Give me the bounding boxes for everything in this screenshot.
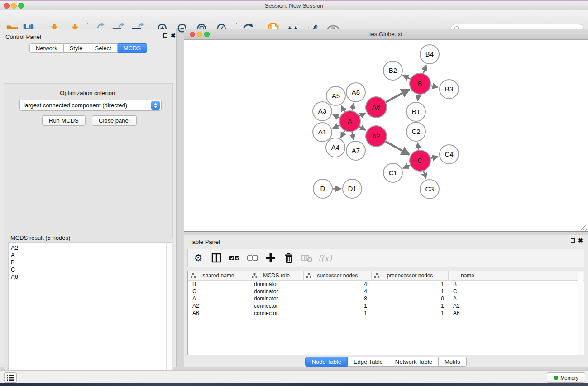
- mcds-result-list[interactable]: A2ABCA6: [8, 242, 172, 386]
- graph-edge-C-C4[interactable]: [430, 157, 438, 158]
- tab-style[interactable]: Style: [64, 43, 89, 53]
- tab-edge-table[interactable]: Edge Table: [348, 357, 389, 367]
- table-cell[interactable]: B: [449, 281, 487, 287]
- mcds-result-item[interactable]: C: [11, 266, 172, 273]
- table-cell[interactable]: dominator: [249, 288, 304, 295]
- column-header-name[interactable]: name: [449, 271, 487, 280]
- optimization-criterion-select[interactable]: largest connected component (directed): [19, 100, 162, 111]
- table-cell[interactable]: C: [188, 288, 249, 295]
- graph-edge-C-C2[interactable]: [417, 143, 418, 150]
- graph-edge-A-A7[interactable]: [352, 132, 354, 140]
- tab-motifs[interactable]: Motifs: [439, 357, 467, 367]
- graph-edge-A-A6[interactable]: [359, 113, 365, 116]
- table-cell[interactable]: A: [188, 295, 249, 302]
- tab-network-table[interactable]: Network Table: [389, 357, 439, 367]
- select-all-icon[interactable]: [228, 251, 241, 265]
- graph-node-label-C2: C2: [411, 128, 420, 135]
- table-cell[interactable]: dominator: [249, 295, 304, 302]
- float-panel-icon[interactable]: [163, 33, 167, 38]
- graph-node-label-B3: B3: [445, 85, 453, 93]
- mcds-result-item[interactable]: A6: [11, 273, 172, 281]
- graph-node-label-A2: A2: [372, 132, 380, 140]
- graph-node-label-A: A: [348, 117, 352, 125]
- tab-network[interactable]: Network: [29, 43, 64, 53]
- table-row[interactable]: Adominator80A: [188, 295, 584, 302]
- network-maximize-button[interactable]: [204, 32, 210, 37]
- close-panel-button[interactable]: Close panel: [92, 115, 137, 126]
- network-window-titlebar[interactable]: testGlobe.txt: [184, 29, 588, 40]
- table-row[interactable]: Bdominator41B: [188, 281, 584, 288]
- column-header-predecessor-nodes[interactable]: predecessor nodes: [372, 271, 449, 280]
- table-cell[interactable]: 1: [372, 281, 449, 287]
- table-row[interactable]: A6connector11A6: [188, 310, 584, 317]
- close-window-button[interactable]: [4, 3, 10, 9]
- network-close-button[interactable]: [190, 32, 195, 37]
- table-cell[interactable]: 1: [372, 303, 449, 309]
- tab-node-table[interactable]: Node Table: [305, 357, 348, 367]
- table-cell[interactable]: B: [188, 281, 249, 287]
- function-builder-icon: f(x): [318, 251, 332, 265]
- maximize-window-button[interactable]: [18, 3, 24, 9]
- graph-edge-B-B1[interactable]: [418, 95, 419, 101]
- column-header-mcds-role[interactable]: MCDS role: [249, 271, 304, 280]
- memory-button[interactable]: Memory: [547, 372, 585, 383]
- table-cell[interactable]: dominator: [249, 281, 304, 287]
- deselect-all-icon[interactable]: [246, 251, 259, 265]
- panel-menu-button[interactable]: [4, 372, 17, 383]
- graph-edge-A-A2[interactable]: [359, 127, 366, 130]
- table-cell[interactable]: A: [449, 295, 487, 302]
- table-cell[interactable]: 1: [372, 288, 449, 295]
- minimize-window-button[interactable]: [11, 3, 17, 9]
- table-cell[interactable]: 8: [304, 295, 372, 302]
- table-cell[interactable]: 1: [304, 303, 372, 309]
- table-options-gear-icon[interactable]: ⚙: [191, 251, 205, 265]
- graph-edge-A6-B[interactable]: [386, 90, 409, 102]
- table-cell[interactable]: 4: [304, 288, 372, 295]
- table-cell[interactable]: 4: [304, 281, 372, 287]
- close-table-panel-icon[interactable]: ✖: [578, 238, 583, 243]
- delete-column-icon[interactable]: [282, 251, 296, 265]
- table-cell[interactable]: A2: [188, 303, 249, 309]
- graph-edge-A-A5[interactable]: [341, 106, 344, 112]
- table-cell[interactable]: A6: [449, 310, 487, 316]
- run-mcds-button[interactable]: Run MCDS: [42, 115, 86, 126]
- table-cell[interactable]: connector: [249, 303, 304, 309]
- table-row[interactable]: Cdominator41C: [188, 288, 584, 295]
- table-cell[interactable]: connector: [249, 310, 304, 316]
- add-column-icon[interactable]: [264, 251, 277, 265]
- table-cell[interactable]: C: [449, 288, 487, 295]
- mcds-result-item[interactable]: A2: [11, 244, 172, 252]
- column-header-shared-name[interactable]: shared name: [188, 271, 249, 280]
- close-panel-icon[interactable]: ✖: [171, 33, 176, 38]
- graph-edge-C-C1[interactable]: [403, 165, 410, 168]
- column-selector-icon[interactable]: [210, 251, 223, 265]
- graph-edge-A-A1[interactable]: [333, 125, 339, 128]
- column-header-successor-nodes[interactable]: successor nodes: [304, 271, 372, 280]
- graph-edge-A-A8[interactable]: [352, 103, 354, 110]
- mcds-result-item[interactable]: A: [11, 252, 172, 259]
- graph-edge-A-A3[interactable]: [333, 115, 340, 117]
- table-cell[interactable]: 1: [304, 310, 372, 316]
- table-row[interactable]: A2connector11A2: [188, 302, 584, 310]
- table-cell[interactable]: 0: [372, 295, 449, 302]
- table-toolbar: ⚙ f(x): [187, 249, 584, 267]
- table-cell[interactable]: 1: [372, 310, 449, 316]
- graph-edge-B-B4[interactable]: [423, 65, 426, 73]
- window-resize-grip[interactable]: [581, 225, 587, 231]
- graph-edge-B-B3[interactable]: [431, 86, 438, 87]
- mcds-list-scrollbar[interactable]: [166, 243, 172, 386]
- table-cell[interactable]: A6: [188, 310, 249, 316]
- table-cell[interactable]: A2: [449, 303, 487, 309]
- table-scrollbar[interactable]: [578, 272, 583, 355]
- tab-select[interactable]: Select: [89, 43, 118, 53]
- network-canvas[interactable]: B4B2BB3A8A5A6A3B1AC2A1A2A4A7C4CC1DD1C3: [185, 40, 587, 231]
- graph-edge-A2-C[interactable]: [386, 142, 409, 155]
- network-minimize-button[interactable]: [197, 32, 202, 37]
- float-table-panel-icon[interactable]: [571, 238, 575, 243]
- graph-edge-A-A4[interactable]: [341, 131, 344, 138]
- tab-mcds[interactable]: MCDS: [118, 43, 147, 53]
- mcds-result-group: MCDS result (5 nodes) A2ABCA6: [7, 234, 173, 386]
- graph-edge-C-C3[interactable]: [424, 171, 426, 179]
- graph-edge-B-B2[interactable]: [403, 76, 411, 79]
- mcds-result-item[interactable]: B: [11, 259, 172, 266]
